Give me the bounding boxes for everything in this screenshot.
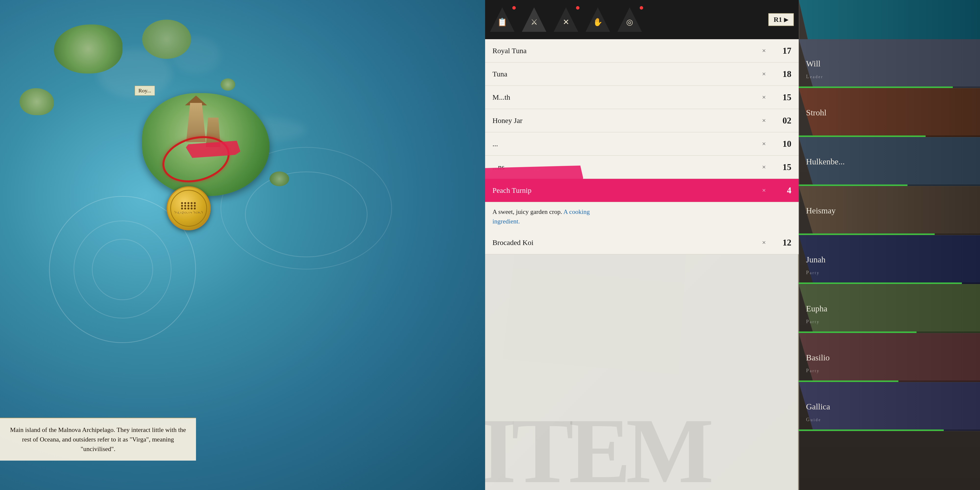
- hp-bar: [799, 185, 980, 186]
- cooking-link: A cooking: [563, 208, 590, 215]
- island-top-left: [54, 24, 123, 73]
- ingredient-link: ingredient.: [492, 218, 520, 225]
- item-row-brocaded-koi[interactable]: Brocaded Koi × 12: [485, 231, 799, 254]
- nav-item-equipment[interactable]: ✋: [585, 7, 610, 32]
- r1-label: R1: [774, 16, 782, 24]
- item-name: Brocaded Koi: [492, 239, 762, 247]
- items-symbol: ⚔: [531, 18, 538, 27]
- character-item-hulkenbe[interactable]: Hulkenbe...: [799, 137, 980, 186]
- hp-fill: [799, 185, 907, 186]
- item-name: Royal Tuna: [492, 46, 762, 55]
- item-row-moth[interactable]: M...th × 15: [485, 86, 799, 109]
- item-name: Tuna: [492, 70, 762, 78]
- equipment-symbol: ✋: [593, 18, 603, 27]
- qty-prefix: ×: [762, 117, 766, 124]
- qty-prefix: ×: [762, 93, 766, 101]
- item-row-unknown[interactable]: ... × 10: [485, 132, 799, 156]
- hp-fill: [799, 86, 953, 88]
- hp-fill: [799, 380, 899, 382]
- island-top-right: [142, 20, 191, 59]
- qty-prefix: ×: [762, 140, 766, 148]
- char-name-heismay: Heismay: [799, 206, 980, 215]
- island-mid-left: [20, 88, 54, 115]
- qty-prefix: ×: [762, 163, 766, 171]
- map-nav-icon[interactable]: ◎: [617, 7, 642, 32]
- top-navigation: 📋 ⚔ ✕ ✋ ◎: [485, 0, 799, 39]
- qty-prefix: ×: [762, 70, 766, 78]
- hp-bar: [799, 283, 980, 284]
- island-small: [221, 78, 235, 91]
- item-description-area: A sweet, juicy garden crop. A cooking in…: [485, 202, 799, 229]
- char-name-gallica: Gallica: [799, 402, 980, 411]
- item-name: Honey Jar: [492, 116, 762, 125]
- items-icon[interactable]: ⚔: [522, 7, 546, 32]
- char-role-guide: Guide: [806, 417, 821, 422]
- hp-bar: [799, 380, 980, 382]
- char-role-party: Party: [806, 270, 820, 275]
- hp-fill: [799, 283, 962, 284]
- item-quantity: 17: [767, 46, 791, 56]
- character-item-eupha[interactable]: Eupha Party: [799, 284, 980, 333]
- emblem-text: 𐑐𐑯𐑚𐑦𐑟𐑤𐑧𐑦𐑰 𐑐𐑤𐑲𐑧𐑐: [174, 210, 204, 215]
- faction-emblem: 𐑐𐑯𐑚𐑦𐑟𐑤𐑧𐑦𐑰 𐑐𐑤𐑲𐑧𐑐: [167, 186, 211, 230]
- item-row-tuna[interactable]: Tuna × 18: [485, 62, 799, 86]
- qty-prefix: ×: [762, 186, 766, 194]
- char-role-party: Party: [806, 319, 820, 325]
- nav-item-journal[interactable]: 📋: [490, 7, 514, 32]
- char-name-will: Will: [799, 59, 980, 68]
- skills-icon[interactable]: ✕: [554, 7, 578, 32]
- map-panel: 𐑐𐑯𐑚𐑦𐑟𐑤𐑧𐑦𐑰 𐑐𐑤𐑲𐑧𐑐 Roy... Main island of th…: [0, 0, 485, 490]
- item-menu-panel: 📋 ⚔ ✕ ✋ ◎: [485, 0, 799, 490]
- item-name: M...th: [492, 93, 762, 102]
- emblem-pattern: [181, 202, 196, 210]
- hp-bar: [799, 86, 980, 88]
- hp-bar: [799, 234, 980, 235]
- character-item-will[interactable]: Will Leader: [799, 39, 980, 88]
- item-quantity: 15: [767, 92, 791, 102]
- nav-item-map[interactable]: ◎: [617, 7, 642, 32]
- journal-symbol: 📋: [497, 18, 507, 27]
- item-quantity: 18: [767, 69, 791, 79]
- location-description-box: Main island of the Malnova Archipelago. …: [0, 418, 196, 461]
- ocean-swirl: [245, 172, 368, 257]
- nav-dot-indicator: [640, 6, 643, 10]
- map-symbol: ◎: [626, 18, 633, 27]
- item-quantity: 02: [767, 115, 791, 126]
- qty-prefix: ×: [762, 239, 766, 247]
- nav-item-skills[interactable]: ✕: [554, 7, 578, 32]
- item-row-honey-jar[interactable]: Honey Jar × 02: [485, 109, 799, 132]
- character-item-strohl[interactable]: Strohl: [799, 88, 980, 137]
- item-description-text2: ingredient.: [492, 216, 791, 226]
- hp-bar: [799, 331, 980, 333]
- item-row-royal-tuna[interactable]: Royal Tuna × 17: [485, 39, 799, 62]
- character-item-gallica[interactable]: Gallica Guide: [799, 382, 980, 431]
- nav-dot-indicator: [576, 6, 579, 10]
- r1-arrow-icon: ▶: [784, 16, 788, 23]
- item-description-text: A sweet, juicy garden crop. A cooking: [492, 207, 791, 216]
- location-description: Main island of the Malnova Archipelago. …: [10, 425, 186, 454]
- character-item-junah[interactable]: Junah Party: [799, 235, 980, 284]
- hp-fill: [799, 430, 944, 431]
- item-quantity: 15: [767, 162, 791, 172]
- island-small: [269, 172, 289, 186]
- hp-fill: [799, 234, 935, 235]
- item-watermark: ITEM: [485, 404, 709, 490]
- character-list: Will Leader Strohl: [799, 39, 980, 431]
- equipment-icon[interactable]: ✋: [585, 7, 610, 32]
- hp-bar: [799, 135, 980, 137]
- char-name-basilio: Basilio: [799, 353, 980, 362]
- journal-icon[interactable]: 📋: [490, 7, 514, 32]
- item-quantity: 10: [767, 139, 791, 149]
- qty-prefix: ×: [762, 47, 766, 55]
- char-name-strohl: Strohl: [799, 108, 980, 117]
- location-name-text: Roy...: [138, 88, 151, 94]
- character-item-heismay[interactable]: Heismay: [799, 186, 980, 235]
- character-item-basilio[interactable]: Basilio Party: [799, 333, 980, 382]
- char-role-party: Party: [806, 368, 820, 373]
- emblem-inner: 𐑐𐑯𐑚𐑦𐑟𐑤𐑧𐑦𐑰 𐑐𐑤𐑲𐑧𐑐: [170, 190, 207, 227]
- r1-button[interactable]: R1 ▶: [768, 13, 794, 26]
- game-ui-panel: 📋 ⚔ ✕ ✋ ◎: [485, 0, 980, 490]
- char-panel-header: [799, 0, 980, 39]
- nav-item-items[interactable]: ⚔: [522, 7, 546, 32]
- item-quantity: 12: [767, 237, 791, 248]
